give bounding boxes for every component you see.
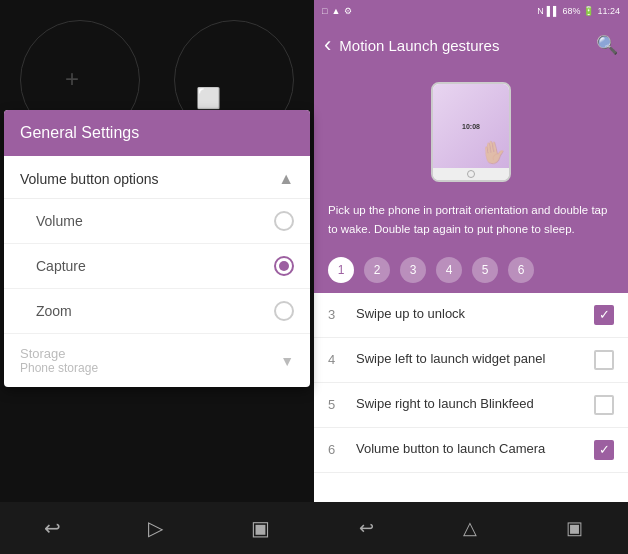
- gesture-text-5: Swipe right to launch Blinkfeed: [356, 395, 582, 413]
- right-panel: □ ▲ ⚙ N ▌▌ 68% 🔋 11:24 ‹ Motion Launch g…: [314, 0, 628, 554]
- radio-capture[interactable]: [274, 256, 294, 276]
- gesture-number-5: 5: [328, 397, 344, 412]
- dot-1[interactable]: 1: [328, 257, 354, 283]
- status-right: N ▌▌ 68% 🔋 11:24: [537, 6, 620, 16]
- chevron-down-icon[interactable]: ▼: [280, 353, 294, 369]
- left-nav-bar: ↩ ▷ ▣: [0, 502, 314, 554]
- status-icon-1: □: [322, 6, 327, 16]
- battery-percent: 68%: [562, 6, 580, 16]
- phone-home-bar: [433, 168, 509, 180]
- battery-icon: 🔋: [583, 6, 594, 16]
- settings-section: Volume button options ▲ Volume Capture Z…: [4, 156, 310, 387]
- gesture-item-3[interactable]: 3 Swipe up to unlock ✓: [314, 293, 628, 338]
- back-nav-icon[interactable]: ↩: [44, 516, 61, 540]
- gesture-text-4: Swipe left to launch widget panel: [356, 350, 582, 368]
- storage-value: Phone storage: [20, 361, 98, 375]
- checkbox-6[interactable]: ✓: [594, 440, 614, 460]
- dot-4[interactable]: 4: [436, 257, 462, 283]
- signal-bars: ▌▌: [547, 6, 560, 16]
- dot-5[interactable]: 5: [472, 257, 498, 283]
- gesture-list: 3 Swipe up to unlock ✓ 4 Swipe left to l…: [314, 293, 628, 503]
- option-capture[interactable]: Capture: [4, 244, 310, 289]
- option-volume-label: Volume: [36, 213, 83, 229]
- phone-illustration: 10:08 ✋: [314, 68, 628, 192]
- chevron-up-icon: ▲: [278, 170, 294, 188]
- checkbox-3[interactable]: ✓: [594, 305, 614, 325]
- checkmark-3: ✓: [599, 307, 610, 322]
- checkbox-5[interactable]: [594, 395, 614, 415]
- plus-icon: +: [65, 65, 79, 93]
- search-icon[interactable]: 🔍: [596, 34, 618, 56]
- storage-label: Storage: [20, 346, 98, 361]
- option-capture-label: Capture: [36, 258, 86, 274]
- hand-gesture-icon: ✋: [478, 138, 509, 168]
- radio-capture-fill: [279, 261, 289, 271]
- option-zoom-label: Zoom: [36, 303, 72, 319]
- dot-6[interactable]: 6: [508, 257, 534, 283]
- gesture-number-6: 6: [328, 442, 344, 457]
- right-nav-bar: ↩ △ ▣: [314, 502, 628, 554]
- nfc-indicator: N: [537, 6, 544, 16]
- top-bar: ‹ Motion Launch gestures 🔍: [314, 22, 628, 68]
- option-volume[interactable]: Volume: [4, 199, 310, 244]
- general-settings-card: General Settings Volume button options ▲…: [4, 110, 310, 387]
- status-bar: □ ▲ ⚙ N ▌▌ 68% 🔋 11:24: [314, 0, 628, 22]
- phone-home-button: [467, 170, 475, 178]
- page-title: Motion Launch gestures: [339, 37, 596, 54]
- card-header: General Settings: [4, 110, 310, 156]
- dots-row: 1 2 3 4 5 6: [314, 251, 628, 293]
- gesture-number-3: 3: [328, 307, 344, 322]
- recents-nav-icon[interactable]: ▣: [251, 516, 270, 540]
- section-label: Volume button options: [20, 171, 159, 187]
- gesture-item-4[interactable]: 4 Swipe left to launch widget panel: [314, 338, 628, 383]
- storage-row: Storage Phone storage ▼: [4, 334, 310, 387]
- gesture-item-5[interactable]: 5 Swipe right to launch Blinkfeed: [314, 383, 628, 428]
- back-button[interactable]: ‹: [324, 32, 331, 58]
- gesture-text-3: Swipe up to unlock: [356, 305, 582, 323]
- dot-2[interactable]: 2: [364, 257, 390, 283]
- checkmark-6: ✓: [599, 442, 610, 457]
- back-nav-right[interactable]: ↩: [359, 517, 374, 539]
- status-icon-3: ⚙: [344, 6, 352, 16]
- phone-time: 10:08: [462, 123, 480, 130]
- gesture-item-6[interactable]: 6 Volume button to launch Camera ✓: [314, 428, 628, 473]
- volume-section-header[interactable]: Volume button options ▲: [4, 156, 310, 199]
- recents-nav-right[interactable]: ▣: [566, 517, 583, 539]
- radio-zoom[interactable]: [274, 301, 294, 321]
- home-nav-icon[interactable]: ▷: [148, 516, 163, 540]
- phone-screen: 10:08 ✋: [433, 84, 509, 168]
- status-icon-2: ▲: [331, 6, 340, 16]
- camera-background: ⬜ + General Settings Volume button optio…: [0, 0, 314, 554]
- gesture-text-6: Volume button to launch Camera: [356, 440, 582, 458]
- description-text: Pick up the phone in portrait orientatio…: [328, 204, 607, 235]
- card-title: General Settings: [20, 124, 139, 141]
- dot-3[interactable]: 3: [400, 257, 426, 283]
- radio-volume[interactable]: [274, 211, 294, 231]
- option-zoom[interactable]: Zoom: [4, 289, 310, 334]
- camera-small-icon: ⬜: [196, 86, 221, 110]
- left-panel: ⬜ + General Settings Volume button optio…: [0, 0, 314, 554]
- phone-mockup: 10:08 ✋: [431, 82, 511, 182]
- home-nav-right[interactable]: △: [463, 517, 477, 539]
- time-display: 11:24: [597, 6, 620, 16]
- description-box: Pick up the phone in portrait orientatio…: [314, 192, 628, 251]
- status-left: □ ▲ ⚙: [322, 6, 352, 16]
- gesture-number-4: 4: [328, 352, 344, 367]
- checkbox-4[interactable]: [594, 350, 614, 370]
